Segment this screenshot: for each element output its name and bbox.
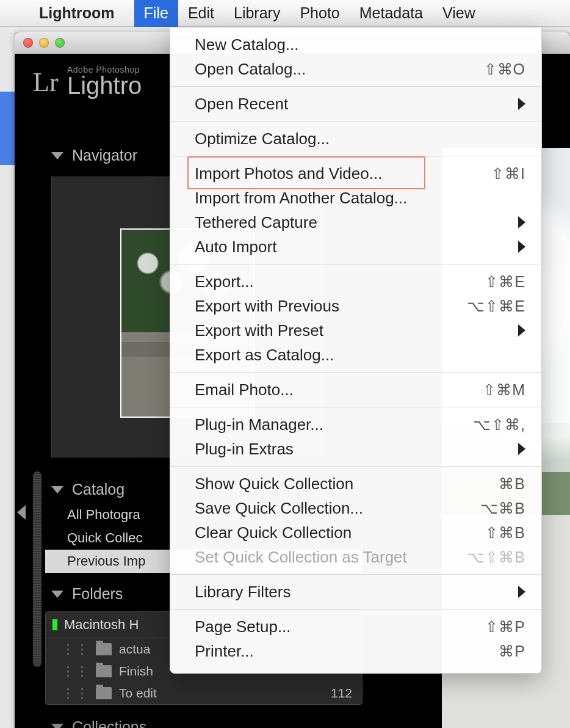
disk-name: Macintosh H xyxy=(64,617,139,633)
menubar-item-library[interactable]: Library xyxy=(224,0,290,27)
menubar-item-metadata[interactable]: Metadata xyxy=(350,0,433,27)
close-window-button[interactable] xyxy=(23,38,33,48)
menu-item-label: Library Filters xyxy=(195,583,518,602)
menu-item-shortcut: ⇧⌘P xyxy=(485,618,525,636)
zoom-window-button[interactable] xyxy=(55,38,65,48)
menu-item-label: Export... xyxy=(195,272,485,291)
menu-item-label: Import Photos and Video... xyxy=(195,164,491,183)
menubar-item-edit[interactable]: Edit xyxy=(178,0,224,27)
file-menu-item[interactable]: Export as Catalog... xyxy=(170,343,541,367)
file-menu-dropdown: New Catalog...Open Catalog...⇧⌘OOpen Rec… xyxy=(170,27,542,674)
menu-item-label: Page Setup... xyxy=(195,617,485,636)
collections-title: Collections xyxy=(72,718,146,728)
left-panel-collapse-icon[interactable] xyxy=(17,505,26,520)
menu-item-label: Export with Preset xyxy=(195,321,518,340)
file-menu-item[interactable]: Show Quick Collection⌘B xyxy=(170,471,541,496)
menu-item-label: Email Photo... xyxy=(195,380,483,399)
folder-name: To edit xyxy=(119,686,157,701)
menu-item-shortcut: ⇧⌘B xyxy=(485,524,525,542)
menu-item-label: Export as Catalog... xyxy=(195,346,525,365)
file-menu-item[interactable]: Import Photos and Video...⇧⌘I xyxy=(170,161,541,186)
menu-item-label: Plug-in Manager... xyxy=(195,415,473,434)
folder-icon xyxy=(96,665,112,677)
menu-item-shortcut: ⌥⌘B xyxy=(480,500,525,517)
file-menu-item: Set Quick Collection as Target⌥⇧⌘B xyxy=(170,545,541,569)
menu-item-label: Import from Another Catalog... xyxy=(195,189,525,208)
folder-icon xyxy=(96,643,112,655)
file-menu-item[interactable]: Library Filters xyxy=(170,580,541,604)
catalog-title: Catalog xyxy=(72,481,124,498)
folder-count: 112 xyxy=(331,686,356,701)
menu-item-shortcut: ⇧⌘O xyxy=(484,60,525,78)
lightroom-logo-icon: Lr xyxy=(33,67,59,98)
menu-item-label: Printer... xyxy=(195,642,499,661)
disk-status-led-icon xyxy=(52,619,58,631)
file-menu-item[interactable]: Plug-in Extras xyxy=(170,437,541,461)
menu-item-label: Tethered Capture xyxy=(195,213,518,232)
submenu-arrow-icon xyxy=(518,324,525,337)
menu-item-shortcut: ⇧⌘E xyxy=(485,273,525,291)
file-menu-item[interactable]: Optimize Catalog... xyxy=(170,126,541,151)
brand-product-text: Lightro xyxy=(67,72,142,100)
file-menu-item[interactable]: Printer...⌘P xyxy=(170,639,541,663)
disclosure-triangle-icon xyxy=(51,152,63,159)
folders-title: Folders xyxy=(72,585,123,603)
menu-item-label: Optimize Catalog... xyxy=(195,129,525,148)
file-menu-item[interactable]: Plug-in Manager...⌥⇧⌘, xyxy=(170,412,541,437)
menu-item-label: Set Quick Collection as Target xyxy=(195,548,467,567)
file-menu-item[interactable]: Auto Import xyxy=(170,235,541,259)
file-menu-item[interactable]: Open Recent xyxy=(170,92,541,116)
disclosure-triangle-icon xyxy=(51,486,63,493)
file-menu-item[interactable]: Export with Preset xyxy=(170,318,541,343)
menu-item-label: Open Recent xyxy=(195,95,518,114)
menu-item-label: Open Catalog... xyxy=(195,60,484,79)
tree-dots-icon: ⋮⋮ xyxy=(62,686,90,701)
file-menu-item[interactable]: Page Setup...⇧⌘P xyxy=(170,614,541,639)
menubar-item-photo[interactable]: Photo xyxy=(290,0,349,27)
menu-item-shortcut: ⇧⌘I xyxy=(491,165,525,183)
menu-item-label: Plug-in Extras xyxy=(195,440,518,459)
file-menu-item[interactable]: New Catalog... xyxy=(170,32,541,57)
folder-name: Finish xyxy=(119,664,153,679)
menu-item-shortcut: ⌥⇧⌘E xyxy=(467,297,525,315)
menu-item-label: Clear Quick Collection xyxy=(195,523,485,542)
disclosure-triangle-icon xyxy=(51,724,63,729)
menu-item-label: Save Quick Collection... xyxy=(195,499,480,518)
submenu-arrow-icon xyxy=(518,98,525,110)
menu-item-shortcut: ⌘B xyxy=(499,475,525,493)
left-panel-grip[interactable] xyxy=(33,471,41,667)
folder-row[interactable]: ⋮⋮ To edit 112 xyxy=(46,682,362,704)
folder-name: actua xyxy=(119,642,150,657)
menu-item-label: New Catalog... xyxy=(195,35,525,54)
menubar-item-file[interactable]: File xyxy=(134,0,178,27)
submenu-arrow-icon xyxy=(518,443,525,455)
menu-item-shortcut: ⌘P xyxy=(499,642,525,660)
macos-menubar: Lightroom File Edit Library Photo Metada… xyxy=(0,0,570,27)
submenu-arrow-icon xyxy=(518,586,525,598)
file-menu-item[interactable]: Clear Quick Collection⇧⌘B xyxy=(170,520,541,545)
file-menu-item[interactable]: Export...⇧⌘E xyxy=(170,269,541,294)
file-menu-item[interactable]: Tethered Capture xyxy=(170,210,541,235)
menu-item-shortcut: ⇧⌘M xyxy=(483,381,525,399)
menubar-item-view[interactable]: View xyxy=(433,0,485,27)
traffic-lights xyxy=(23,38,65,48)
submenu-arrow-icon xyxy=(518,216,525,228)
minimize-window-button[interactable] xyxy=(39,38,49,48)
menubar-app-name[interactable]: Lightroom xyxy=(39,4,115,22)
background-app-edge xyxy=(0,92,16,165)
menu-item-shortcut: ⌥⇧⌘B xyxy=(467,548,525,566)
menu-item-shortcut: ⌥⇧⌘, xyxy=(473,416,525,434)
file-menu-item[interactable]: Open Catalog...⇧⌘O xyxy=(170,57,541,81)
file-menu-item[interactable]: Save Quick Collection...⌥⌘B xyxy=(170,496,541,520)
menu-item-label: Show Quick Collection xyxy=(195,475,499,493)
tree-dots-icon: ⋮⋮ xyxy=(62,642,90,657)
collections-panel-header[interactable]: Collections xyxy=(45,713,363,728)
tree-dots-icon: ⋮⋮ xyxy=(62,664,90,679)
file-menu-item[interactable]: Export with Previous⌥⇧⌘E xyxy=(170,294,541,318)
submenu-arrow-icon xyxy=(518,241,525,253)
navigator-title: Navigator xyxy=(72,147,137,164)
folder-icon xyxy=(96,687,112,699)
file-menu-item[interactable]: Import from Another Catalog... xyxy=(170,186,541,210)
menu-item-label: Export with Previous xyxy=(195,297,467,316)
file-menu-item[interactable]: Email Photo...⇧⌘M xyxy=(170,377,541,402)
